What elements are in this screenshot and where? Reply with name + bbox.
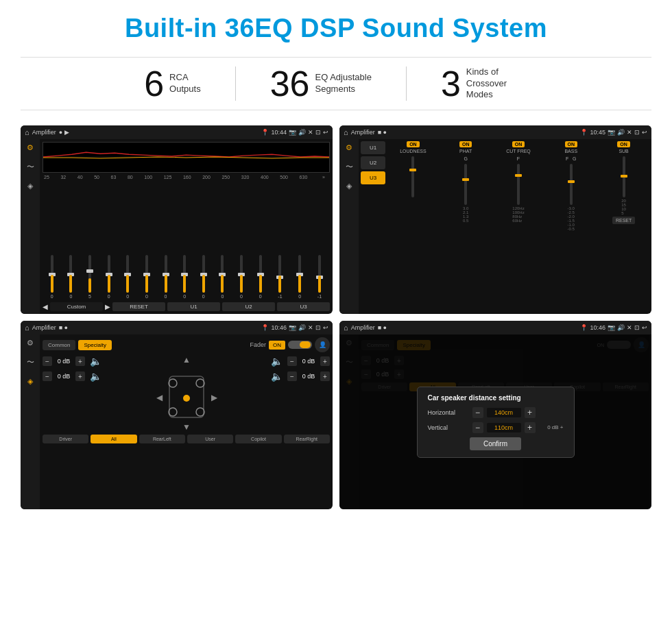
wave-icon-2[interactable]: 〜 (346, 162, 353, 172)
u3-btn[interactable]: U3 (277, 302, 330, 311)
window-icon-2: ⊡ (634, 129, 640, 136)
btn-copilot[interactable]: Copilot (235, 435, 281, 443)
eq-slider-12[interactable]: 0 (259, 255, 262, 299)
eq-slider-9[interactable]: 0 (202, 255, 205, 299)
camera-icon: 📷 (289, 129, 296, 136)
bass-on-btn[interactable]: ON (565, 141, 578, 147)
eq-icon-3[interactable]: ⚙ (27, 339, 34, 348)
eq-sidebar-icon[interactable]: ⚙ (27, 143, 34, 152)
cutfreq-on-btn[interactable]: ON (512, 141, 525, 147)
vol-fl-minus[interactable]: − (43, 356, 52, 366)
location-icon: 📍 (261, 129, 269, 136)
horizontal-minus-btn[interactable]: − (472, 407, 483, 418)
eq-slider-10[interactable]: 0 (221, 255, 224, 299)
stat-text-eq: EQ Adjustable Segments (315, 72, 371, 95)
eq-slider-1[interactable]: 0 (51, 255, 53, 299)
eq-slider-2[interactable]: 0 (69, 255, 72, 299)
eq-main: 25 32 40 50 63 80 100 125 160 200 250 32… (40, 139, 333, 314)
eq-sliders: 0 0 5 0 (43, 182, 330, 300)
wave-icon-3[interactable]: 〜 (27, 357, 34, 367)
vol-fl-plus[interactable]: + (75, 356, 85, 366)
screen3-time: 10:46 (271, 324, 287, 331)
stat-number-crossover: 3 (441, 66, 461, 101)
u1-btn[interactable]: U1 (167, 302, 220, 311)
tab-specialty[interactable]: Specialty (78, 340, 111, 350)
stat-eq: 36 EQ Adjustable Segments (236, 66, 406, 101)
preset-u3[interactable]: U3 (361, 171, 385, 184)
eq-icon-2[interactable]: ⚙ (346, 143, 352, 152)
screen1-bar: ⌂ Amplifier ● ▶ 📍 10:44 📷 🔊 ✕ ⊡ ↩ (21, 125, 333, 139)
eq-slider-13[interactable]: -1 (278, 255, 282, 299)
ctrl-bass: ON BASS F G -3.0-2.5-2.0-1.5-1.0-0.5 (545, 141, 597, 312)
tab-common[interactable]: Common (43, 340, 75, 350)
vertical-plus-btn[interactable]: + (525, 422, 536, 433)
vol-rr-plus[interactable]: + (320, 371, 330, 381)
reset-btn-2[interactable]: RESET (612, 217, 635, 224)
loudness-on-btn[interactable]: ON (407, 141, 420, 147)
btn-rearright[interactable]: RearRight (284, 435, 330, 443)
fader-slider[interactable] (288, 341, 312, 349)
phat-slider[interactable] (464, 164, 467, 205)
eq-slider-15[interactable]: -1 (317, 255, 322, 299)
profile-icon[interactable]: 👤 (315, 337, 330, 352)
screen-eq: ⌂ Amplifier ● ▶ 📍 10:44 📷 🔊 ✕ ⊡ ↩ ⚙ (21, 125, 333, 314)
u2-btn[interactable]: U2 (222, 302, 275, 311)
btn-driver[interactable]: Driver (43, 435, 88, 443)
location-icon-3: 📍 (261, 324, 269, 331)
vol-fr-plus[interactable]: + (320, 356, 330, 366)
horizontal-plus-btn[interactable]: + (525, 407, 536, 418)
speaker-sidebar-icon[interactable]: ◈ (27, 182, 33, 191)
bass-slider[interactable] (570, 164, 573, 205)
confirm-button[interactable]: Confirm (470, 437, 521, 450)
speaker-rr-icon: 🔈 (271, 371, 283, 382)
preset-u2[interactable]: U2 (361, 156, 385, 169)
sub-scale: 2015105 (621, 199, 626, 215)
eq-slider-7[interactable]: 0 (165, 255, 167, 299)
home-icon: ⌂ (25, 128, 29, 136)
eq-slider-6[interactable]: 0 (145, 255, 148, 299)
stats-row: 6 RCA Outputs 36 EQ Adjustable Segments … (21, 57, 651, 110)
btn-user[interactable]: User (187, 435, 233, 443)
vertical-minus-btn[interactable]: − (472, 422, 483, 433)
eq-slider-5[interactable]: 0 (126, 255, 129, 299)
reset-btn[interactable]: RESET (112, 302, 165, 311)
vol-rr-minus[interactable]: − (287, 371, 297, 381)
crossover-icon-3[interactable]: ◈ (27, 377, 33, 386)
phat-on-btn[interactable]: ON (459, 141, 472, 147)
eq-slider-8[interactable]: 0 (183, 255, 186, 299)
cutfreq-slider[interactable] (517, 164, 520, 205)
fader-on-toggle[interactable]: ON (269, 341, 285, 350)
sub-label: SUB (619, 149, 628, 154)
screens-grid: ⌂ Amplifier ● ▶ 📍 10:44 📷 🔊 ✕ ⊡ ↩ ⚙ (21, 125, 651, 509)
stat-text-rca: RCA Outputs (169, 72, 201, 95)
screen2-bar: ⌂ Amplifier ■ ● 📍 10:45 📷 🔊 ✕ ⊡ ↩ (339, 125, 651, 139)
speaker-fr-icon: 🔈 (271, 356, 283, 367)
back-icon-4: ↩ (642, 324, 647, 331)
speaker-icon-s2[interactable]: ◈ (346, 182, 352, 191)
screen2-content: ⚙ 〜 ◈ U1 U2 U3 ON (339, 139, 651, 314)
svg-point-10 (169, 408, 177, 416)
vol-fr-minus[interactable]: − (287, 356, 297, 366)
loudness-slider[interactable] (411, 156, 414, 197)
sub-slider[interactable] (623, 156, 625, 197)
sub-on-btn[interactable]: ON (617, 141, 630, 147)
preset-custom[interactable]: Custom (50, 302, 103, 311)
vol-rr-value: 0 dB (299, 373, 318, 380)
eq-slider-3[interactable]: 5 (88, 255, 91, 299)
wave-sidebar-icon[interactable]: 〜 (27, 162, 34, 172)
eq-slider-14[interactable]: 0 (298, 255, 301, 299)
next-arrow[interactable]: ▶ (105, 303, 110, 310)
prev-arrow[interactable]: ◀ (43, 303, 48, 310)
screen2-bar-left: ⌂ Amplifier ■ ● (344, 128, 387, 136)
vol-rl-plus[interactable]: + (75, 371, 85, 381)
preset-u1[interactable]: U1 (361, 141, 385, 154)
vol-rl-minus[interactable]: − (43, 371, 52, 381)
cutfreq-scale: 120Hz100Hz80Hz60Hz (512, 206, 524, 223)
horizontal-value: 140cm (487, 408, 521, 417)
eq-slider-4[interactable]: 0 (108, 255, 110, 299)
btn-all[interactable]: All (91, 435, 136, 443)
stat-crossover: 3 Kinds of Crossover Modes (407, 66, 562, 101)
eq-slider-11[interactable]: 0 (240, 255, 243, 299)
btn-rearleft[interactable]: RearLeft (139, 435, 185, 443)
dialog-overlay: Car speaker distance setting Horizontal … (339, 334, 651, 509)
